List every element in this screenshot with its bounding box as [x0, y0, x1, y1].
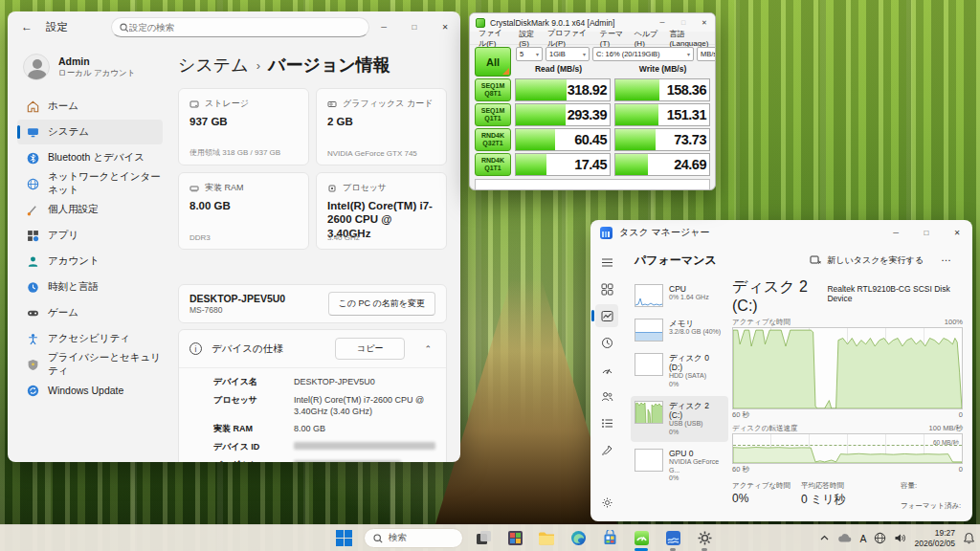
- sidebar-item-label: システム: [48, 125, 89, 139]
- search-icon: [373, 534, 383, 543]
- sidebar-item-accessibility[interactable]: アクセシビリティ: [17, 326, 163, 351]
- cdm-menubar: ファイル(F) 設定(S) プロファイル(P) テーマ(T) ヘルプ(H) 言語…: [470, 32, 715, 45]
- tm-item-disk0[interactable]: ディスク 0 (D:)HDD (SATA)0%: [631, 348, 728, 394]
- rename-pc-button[interactable]: この PC の名前を変更: [328, 292, 435, 316]
- person-icon: [27, 255, 39, 268]
- account-profile[interactable]: Admin ローカル アカウント: [17, 48, 163, 94]
- sidebar-item-label: アカウント: [48, 254, 100, 268]
- gpu-thumbnail: [635, 449, 663, 472]
- sidebar-item-label: ネットワークとインターネット: [48, 170, 163, 197]
- seq1m-q1t1-button[interactable]: SEQ1MQ1T1: [475, 103, 511, 126]
- test-size-select[interactable]: 1GiB▾: [546, 47, 590, 61]
- rnd4k-q1t1-button[interactable]: RND4KQ1T1: [475, 153, 511, 176]
- device-specs-card: i デバイスの仕様 コピー ⌃ デバイス名DESKTOP-JPEV5U0 プロセ…: [178, 329, 447, 462]
- seq1m-q8t1-button[interactable]: SEQ1MQ8T1: [475, 78, 511, 101]
- sidebar-item-system[interactable]: システム: [17, 120, 163, 144]
- rnd4k-q32t1-button[interactable]: RND4KQ32T1: [475, 128, 511, 151]
- benchmark-row: SEQ1MQ1T1 293.39 151.31: [475, 103, 710, 126]
- task-view-button[interactable]: [472, 527, 495, 550]
- sidebar-item-label: ホーム: [48, 99, 78, 113]
- breadcrumb-parent[interactable]: システム: [178, 54, 249, 77]
- sidebar-item-gaming[interactable]: ゲーム: [17, 300, 163, 325]
- test-count-select[interactable]: 5▾: [516, 47, 543, 61]
- copy-button[interactable]: コピー: [335, 338, 405, 360]
- clock[interactable]: 19:27 2026/02/05: [914, 528, 955, 547]
- run-new-task-button[interactable]: 新しいタスクを実行する: [802, 250, 931, 272]
- notifications-icon[interactable]: [963, 532, 975, 544]
- microsoft-365-icon[interactable]: [503, 527, 526, 550]
- sidebar-item-accounts[interactable]: アカウント: [17, 249, 163, 274]
- sidebar-item-apps[interactable]: アプリ: [17, 223, 163, 248]
- maximize-button[interactable]: □: [911, 220, 942, 245]
- account-name: Admin: [58, 55, 135, 67]
- storage-card: ストレージ 937 GB 使用領域 318 GB / 937 GB: [178, 88, 309, 165]
- tm-settings-gear-icon[interactable]: [595, 491, 618, 514]
- settings-search-input[interactable]: [129, 22, 361, 33]
- cpu-thumbnail: [635, 284, 663, 307]
- sidebar-item-personalization[interactable]: 個人用設定: [17, 197, 163, 222]
- sidebar-item-windows-update[interactable]: Windows Update: [17, 378, 163, 403]
- minimize-button[interactable]: ─: [368, 11, 399, 42]
- clock-icon: [27, 281, 39, 294]
- ime-indicator[interactable]: A: [859, 533, 866, 544]
- back-icon[interactable]: ←: [21, 20, 33, 33]
- breadcrumb: システム › バージョン情報: [178, 54, 447, 77]
- chart1-max: 100%: [945, 318, 963, 327]
- services-icon[interactable]: [595, 438, 618, 461]
- gamepad-icon: [27, 307, 39, 320]
- file-explorer-icon[interactable]: [535, 527, 558, 550]
- users-icon[interactable]: [595, 385, 618, 408]
- details-icon[interactable]: [595, 411, 618, 434]
- sidebar-item-label: 個人用設定: [48, 203, 99, 216]
- settings-search[interactable]: [111, 17, 369, 37]
- tm-navigation-rail: [590, 245, 623, 521]
- disk-device-name: Realtek RTL9210B-CG SCSI Disk Device: [827, 284, 963, 303]
- target-drive-select[interactable]: C: 16% (20/119GiB)▾: [592, 47, 694, 61]
- tm-item-memory[interactable]: メモリ3.2/8.0 GB (40%): [631, 314, 728, 346]
- active-time-chart: [732, 327, 963, 409]
- minimize-button[interactable]: ─: [880, 220, 911, 245]
- tm-performance-sidebar: CPU0% 1.64 GHz メモリ3.2/8.0 GB (40%) ディスク …: [631, 279, 728, 490]
- processes-icon[interactable]: [595, 277, 618, 300]
- chevron-down-icon: ▾: [684, 51, 690, 57]
- tray-chevron-icon[interactable]: [819, 533, 830, 543]
- sidebar-item-network[interactable]: ネットワークとインターネット: [17, 171, 163, 196]
- unit-select[interactable]: MB/s▾: [697, 47, 716, 61]
- transfer-rate-chart: 60 MB/秒: [732, 433, 963, 464]
- startup-apps-icon[interactable]: [595, 358, 618, 381]
- crystaldiskmark-taskbar-icon[interactable]: [630, 527, 653, 550]
- microsoft-store-icon[interactable]: [598, 527, 621, 550]
- crystaldiskmark-window: CrystalDiskMark 9.0.1 x64 [Admin] ─ □ ✕ …: [469, 12, 716, 190]
- app-history-icon[interactable]: [595, 331, 618, 354]
- tm-item-gpu[interactable]: GPU 0NVIDIA GeForce G...0%: [631, 444, 728, 488]
- more-options-button[interactable]: …: [931, 252, 961, 269]
- performance-icon[interactable]: [595, 304, 618, 327]
- taskbar-search[interactable]: 検索: [364, 528, 463, 548]
- update-icon: [27, 385, 39, 397]
- sidebar-item-bluetooth[interactable]: Bluetooth とデバイス: [17, 145, 163, 170]
- tm-item-cpu[interactable]: CPU0% 1.64 GHz: [631, 279, 728, 312]
- network-tray-icon[interactable]: [874, 532, 886, 544]
- tm-window-title: タスク マネージャー: [619, 226, 709, 239]
- start-button[interactable]: [332, 527, 355, 550]
- account-type: ローカル アカウント: [58, 68, 135, 79]
- task-manager-taskbar-icon[interactable]: [661, 527, 684, 550]
- settings-taskbar-icon[interactable]: [693, 527, 716, 550]
- disk2-thumbnail: [635, 401, 663, 424]
- close-button[interactable]: ✕: [430, 11, 460, 42]
- chevron-up-icon[interactable]: ⌃: [424, 344, 432, 354]
- hamburger-menu-icon[interactable]: [595, 251, 618, 274]
- sidebar-item-time-language[interactable]: 時刻と言語: [17, 275, 163, 299]
- sidebar-item-home[interactable]: ホーム: [17, 94, 163, 119]
- maximize-button[interactable]: □: [399, 11, 430, 42]
- chevron-down-icon: ▾: [580, 51, 586, 57]
- chart2-label: ディスクの転送速度: [732, 424, 797, 433]
- volume-icon[interactable]: [894, 532, 906, 544]
- sidebar-item-privacy[interactable]: プライバシーとセキュリティ: [17, 352, 163, 377]
- tm-item-disk2[interactable]: ディスク 2 (C:)USB (USB)0%: [631, 396, 728, 442]
- edge-icon[interactable]: [567, 527, 590, 550]
- disk-info: 容量:119 GB フォーマット済み:119 GB システム ディスク:はい ペ…: [901, 481, 972, 521]
- benchmark-row: RND4KQ32T1 60.45 73.73: [475, 128, 710, 151]
- close-button[interactable]: ✕: [942, 220, 972, 245]
- onedrive-icon[interactable]: [837, 533, 852, 543]
